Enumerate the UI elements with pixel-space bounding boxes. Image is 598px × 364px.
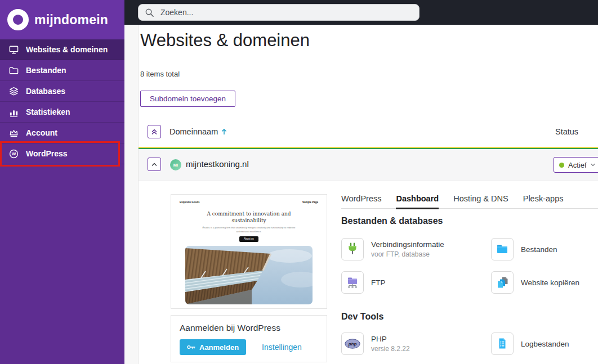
brand-name: mijndomein — [34, 12, 108, 28]
preview-about-button: About us — [239, 236, 258, 242]
tile-sublabel: voor FTP, database — [371, 250, 444, 258]
tile-label: Verbindingsinformatie — [371, 240, 444, 249]
tile-iconbox: php — [341, 332, 364, 355]
tile-bestanden[interactable]: Bestanden — [491, 238, 557, 260]
wordpress-login-button-label: Aanmelden — [199, 343, 239, 352]
tile-label: Website kopiëren — [521, 278, 579, 287]
add-subdomain-button[interactable]: Subdomein toevoegen — [140, 91, 235, 107]
status-label: Actief — [568, 161, 587, 169]
domain-column-header: Domeinnaam — [169, 127, 218, 136]
wordpress-login-card: Aanmelden bij WordPress Aanmelden Instel… — [171, 315, 327, 362]
sidebar-item-label: Databases — [26, 87, 65, 96]
sidebar-item-label: Statistieken — [26, 107, 70, 116]
log-file-icon — [496, 337, 509, 350]
sidebar-item-account[interactable]: Account — [0, 123, 124, 143]
preview-hero-image — [185, 246, 313, 304]
layers-icon — [8, 86, 19, 97]
domain-row: MI mijntestkoning.nl Actief — [139, 149, 598, 181]
tile-website-kopieren[interactable]: Website kopiëren — [491, 271, 579, 294]
tile-label: Bestanden — [521, 245, 557, 254]
tile-ftp[interactable]: FTP — [341, 271, 386, 294]
wordpress-icon: W — [8, 149, 19, 159]
sidebar-item-websites-domeinen[interactable]: Websites & domeinen — [0, 39, 124, 60]
content-area: Websites & domeinen 8 items total Subdom… — [124, 25, 598, 364]
app-window: mijndomein Websites & domeinen Bestanden… — [0, 0, 598, 364]
copy-pages-icon — [496, 276, 509, 289]
tab-wordpress[interactable]: WordPress — [341, 194, 381, 209]
sidebar-item-label: Account — [26, 128, 57, 137]
tile-label: Logbestanden — [521, 340, 569, 348]
monitor-icon — [8, 44, 19, 55]
tab-hosting-dns[interactable]: Hosting & DNS — [453, 194, 508, 209]
tile-label: PHP — [371, 335, 410, 343]
plug-icon — [346, 242, 359, 256]
sidebar-item-statistieken[interactable]: Statistieken — [0, 102, 124, 123]
sidebar-item-wordpress[interactable]: W WordPress — [0, 143, 124, 164]
preview-headline: A commitment to innovation and sustainab… — [176, 211, 322, 224]
tile-iconbox — [491, 271, 514, 294]
tile-logbestanden[interactable]: Logbestanden — [491, 332, 569, 355]
section-title-dev-tools: Dev Tools — [341, 312, 383, 322]
php-icon: php — [344, 338, 361, 349]
tab-plesk-apps[interactable]: Plesk-apps — [523, 194, 564, 209]
sort-ascending-icon — [221, 128, 227, 135]
tile-label: FTP — [371, 278, 386, 287]
svg-text:W: W — [12, 151, 16, 156]
tile-iconbox — [491, 238, 514, 260]
preview-body-text: Études is a pioneering firm that seamles… — [176, 226, 322, 233]
crown-icon — [8, 128, 19, 138]
status-dot-icon — [559, 163, 564, 168]
wordpress-settings-link[interactable]: Instellingen — [262, 343, 302, 352]
detail-tabs: WordPress Dashboard Hosting & DNS Plesk-… — [341, 194, 598, 209]
section-title-files-db: Bestanden & databases — [341, 216, 443, 226]
wordpress-login-title: Aanmelden bij WordPress — [180, 323, 318, 333]
wordpress-login-button[interactable]: Aanmelden — [180, 339, 246, 355]
sidebar-item-bestanden[interactable]: Bestanden — [0, 60, 124, 81]
sidebar-item-label: Bestanden — [26, 66, 66, 75]
sidebar-item-label: Websites & domeinen — [26, 45, 108, 54]
status-badge[interactable]: Actief — [554, 157, 598, 173]
items-total: 8 items total — [140, 70, 180, 78]
tile-php[interactable]: php PHP versie 8.2.22 — [341, 332, 410, 355]
brand-logo[interactable]: mijndomein — [0, 0, 124, 39]
tile-iconbox — [491, 332, 514, 355]
sidebar-item-label: WordPress — [26, 149, 68, 158]
sidebar-item-databases[interactable]: Databases — [0, 81, 124, 102]
folder-blue-icon — [496, 242, 509, 256]
site-preview-card[interactable]: Exquisite Goods Sample Page A commitment… — [171, 194, 327, 309]
domain-favicon: MI — [170, 159, 181, 170]
tab-dashboard[interactable]: Dashboard — [396, 194, 439, 209]
search-icon — [145, 8, 154, 17]
tile-sublabel: versie 8.2.22 — [371, 345, 410, 353]
content-panel: Websites & domeinen 8 items total Subdom… — [138, 25, 598, 364]
tile-verbindingsinformatie[interactable]: Verbindingsinformatie voor FTP, database — [341, 238, 444, 260]
tile-iconbox — [341, 238, 364, 260]
preview-site-header: Exquisite Goods Sample Page — [176, 200, 322, 204]
mijndomein-logo-icon — [7, 9, 29, 30]
sidebar-nav: Websites & domeinen Bestanden Databases … — [0, 39, 124, 164]
tile-iconbox — [341, 271, 364, 294]
bar-chart-icon — [8, 107, 19, 118]
domains-table-header: Domeinnaam Status — [139, 125, 598, 143]
folder-icon — [8, 65, 19, 76]
collapse-all-button[interactable] — [148, 125, 161, 138]
chevron-up-icon — [150, 160, 158, 168]
topbar — [124, 0, 598, 25]
page-title: Websites & domeinen — [140, 30, 310, 51]
domain-name-link[interactable]: mijntestkoning.nl — [186, 159, 249, 169]
search-box[interactable] — [138, 4, 420, 21]
preview-site-name: Exquisite Goods — [180, 201, 200, 204]
svg-text:php: php — [348, 341, 357, 347]
search-input[interactable] — [159, 7, 413, 17]
ftp-folder-icon — [346, 276, 359, 289]
sort-by-domain[interactable]: Domeinnaam — [169, 127, 227, 136]
double-chevron-up-icon — [150, 128, 158, 136]
collapse-row-button[interactable] — [148, 158, 161, 171]
chevron-down-icon — [591, 163, 595, 167]
sidebar: mijndomein Websites & domeinen Bestanden… — [0, 0, 124, 364]
status-column-header: Status — [555, 127, 578, 136]
preview-site-nav: Sample Page — [302, 201, 318, 204]
key-icon — [187, 344, 195, 350]
